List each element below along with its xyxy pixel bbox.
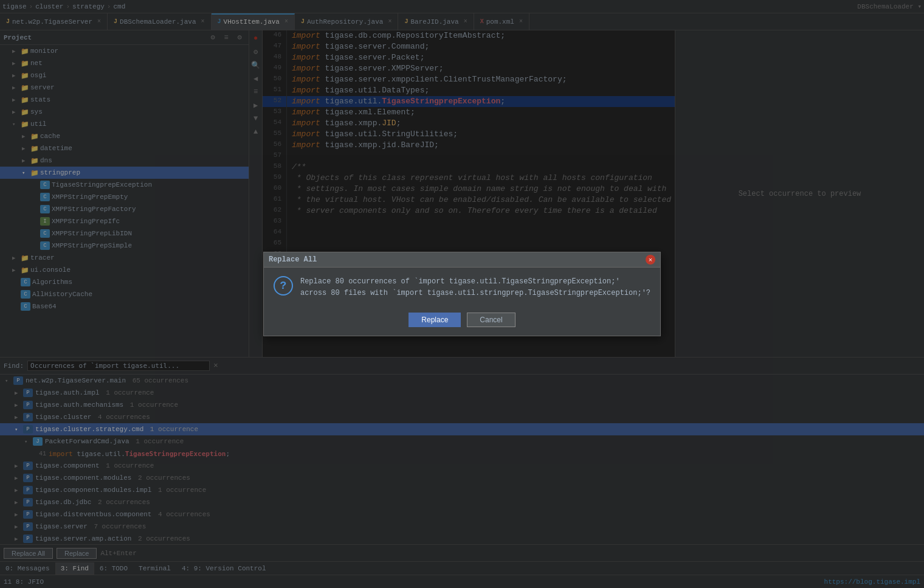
modal-close-button[interactable]: × (646, 255, 655, 265)
modal-message: Replace 80 occurrences of `import tigase… (300, 276, 650, 299)
modal-body: ? Replace 80 occurrences of `import tiga… (264, 268, 660, 308)
modal-replace-button[interactable]: Replace (409, 313, 461, 327)
modal-buttons: Replace Cancel (264, 308, 660, 336)
modal-cancel-button[interactable]: Cancel (467, 313, 515, 327)
modal-message-line2: across 80 files with `import tigase.util… (300, 289, 650, 297)
modal-question-icon: ? (274, 276, 293, 296)
modal-message-line1: Replace 80 occurrences of `import tigase… (300, 277, 620, 286)
replace-all-modal: Replace All × ? Replace 80 occurrences o… (263, 252, 661, 336)
modal-title-bar: Replace All × (264, 252, 660, 268)
modal-overlay: Replace All × ? Replace 80 occurrences o… (0, 0, 924, 588)
modal-title: Replace All (269, 255, 317, 264)
